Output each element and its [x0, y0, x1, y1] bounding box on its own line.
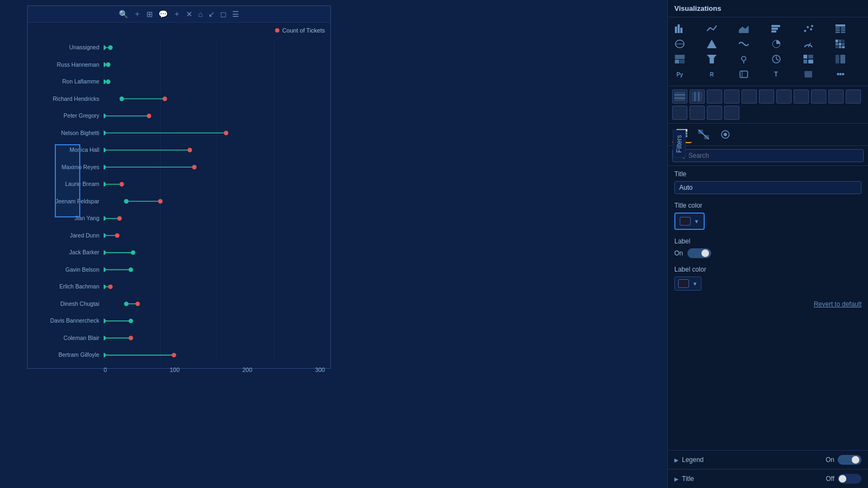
legend-dot: [275, 28, 279, 33]
pie-chart-icon[interactable]: [769, 37, 784, 51]
home-icon[interactable]: ⌂: [196, 9, 204, 20]
y-label: Dinesh Chugtai: [33, 300, 99, 307]
matrix-chart-icon[interactable]: [833, 37, 848, 51]
close-icon[interactable]: ✕: [184, 9, 194, 20]
pattern13-icon[interactable]: [690, 106, 705, 120]
svg-rect-62: [675, 27, 677, 33]
legend-section-header[interactable]: ▶ Legend On: [674, 455, 861, 465]
svg-point-54: [104, 319, 106, 323]
pattern9-icon[interactable]: [811, 89, 826, 104]
filters-tab-label: Filters: [675, 135, 683, 153]
svg-rect-115: [692, 92, 703, 101]
text-icon[interactable]: T: [769, 67, 784, 81]
svg-rect-124: [698, 130, 703, 134]
title-toggle[interactable]: [838, 474, 861, 484]
r-icon[interactable]: R: [704, 67, 719, 81]
grid-icon[interactable]: ⊞: [145, 9, 155, 20]
bar-chart-icon[interactable]: [672, 22, 687, 36]
pattern12-icon[interactable]: [672, 106, 687, 120]
pivot-view-button[interactable]: [694, 126, 713, 143]
gauge-chart-icon[interactable]: [801, 37, 816, 51]
add-icon[interactable]: ＋: [132, 8, 143, 20]
pattern-icons: [668, 86, 868, 123]
pattern1-icon[interactable]: [672, 89, 687, 104]
x-tick-200: 200: [242, 367, 252, 373]
shape2-icon[interactable]: [801, 67, 816, 81]
svg-point-7: [108, 46, 112, 50]
export-icon[interactable]: ↙: [207, 9, 216, 20]
title-toggle-knob: [839, 475, 846, 483]
title-setting-row: Title: [674, 170, 861, 194]
pattern3-icon[interactable]: [707, 89, 722, 104]
display-options: [668, 123, 868, 146]
more-viz-icon[interactable]: [833, 52, 848, 66]
svg-rect-103: [803, 55, 807, 59]
area-chart-icon[interactable]: [736, 22, 751, 36]
pattern11-icon[interactable]: [846, 89, 861, 104]
chart-plot[interactable]: [104, 39, 330, 364]
svg-point-58: [129, 336, 133, 340]
pattern14-icon[interactable]: [707, 106, 722, 120]
plus-icon[interactable]: ＋: [171, 8, 182, 20]
pattern15-icon[interactable]: [724, 106, 739, 120]
py-icon[interactable]: Py: [672, 67, 687, 81]
search-input[interactable]: [688, 152, 859, 159]
scatter-chart-icon[interactable]: [801, 22, 816, 36]
title-section-header[interactable]: ▶ Title Off: [674, 474, 861, 484]
frame-icon[interactable]: ◻: [219, 9, 228, 20]
svg-point-51: [124, 301, 129, 306]
grid-chart-icon[interactable]: [801, 52, 816, 66]
svg-point-49: [108, 285, 112, 289]
y-label: Gavin Belson: [33, 266, 99, 273]
svg-rect-112: [674, 92, 685, 101]
funnel-chart-icon[interactable]: [704, 52, 719, 66]
custom1-icon[interactable]: [736, 67, 751, 81]
title-color-box[interactable]: ▼: [674, 213, 705, 230]
column-chart-icon[interactable]: [769, 22, 784, 36]
svg-point-12: [104, 80, 106, 84]
label-setting-row: Label On: [674, 237, 861, 258]
label-color-box[interactable]: ▼: [674, 277, 701, 291]
custom-view-button[interactable]: [716, 126, 735, 143]
pattern4-icon[interactable]: [724, 89, 739, 104]
table-chart-icon[interactable]: [833, 22, 848, 36]
revert-button[interactable]: Revert to default: [814, 298, 861, 310]
y-label: Richard Hendricks: [33, 95, 99, 102]
title-setting-label: Title: [674, 170, 861, 178]
pattern6-icon[interactable]: [759, 89, 774, 104]
svg-rect-104: [808, 55, 813, 59]
legend-toggle[interactable]: [838, 455, 861, 465]
svg-point-19: [146, 114, 151, 118]
ellipsis-icon[interactable]: •••: [833, 67, 848, 81]
shape-chart-icon[interactable]: [704, 37, 719, 51]
label-toggle-knob: [701, 249, 709, 257]
chart-svg: [104, 39, 330, 364]
zoom-icon[interactable]: 🔍: [117, 9, 130, 20]
svg-point-6: [104, 46, 106, 50]
pattern10-icon[interactable]: [828, 89, 844, 104]
svg-marker-82: [707, 40, 717, 48]
title-input[interactable]: [674, 181, 861, 194]
line-chart-icon[interactable]: [704, 22, 719, 36]
pattern5-icon[interactable]: [742, 89, 757, 104]
pattern2-icon[interactable]: [690, 89, 705, 104]
y-label: Peter Gregory: [33, 112, 99, 119]
pattern7-icon[interactable]: [776, 89, 792, 104]
map-chart-icon[interactable]: [672, 37, 687, 51]
geo-chart-icon[interactable]: [736, 52, 751, 66]
pattern8-icon[interactable]: [794, 89, 809, 104]
svg-rect-64: [680, 28, 682, 33]
filters-sidebar-tab[interactable]: Filters: [673, 130, 686, 158]
tree-chart-icon[interactable]: [672, 52, 687, 66]
label-toggle[interactable]: [687, 248, 711, 258]
label-toggle-text: On: [674, 249, 683, 257]
chart-legend: Count of Tickets: [275, 27, 325, 34]
wave-chart-icon[interactable]: [736, 37, 751, 51]
chart-container: 🔍 ＋ ⊞ 💬 ＋ ✕ ⌂ ↙ ◻ ☰ Count of Tickets Una…: [27, 5, 331, 369]
comment-icon[interactable]: 💬: [157, 9, 169, 20]
svg-line-102: [776, 59, 778, 60]
menu-icon[interactable]: ☰: [231, 9, 241, 20]
clock-chart-icon[interactable]: [769, 52, 784, 66]
label-color-label: Label color: [674, 266, 861, 273]
svg-marker-65: [739, 25, 749, 33]
